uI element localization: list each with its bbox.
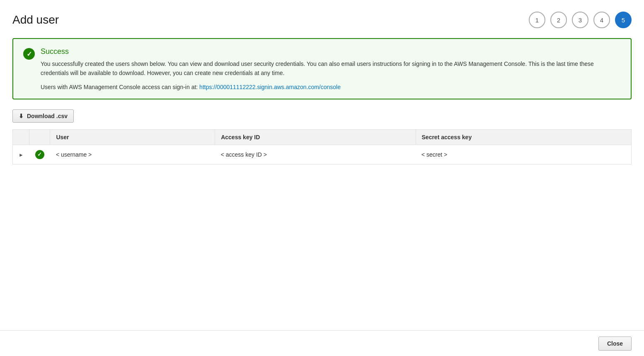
success-content: Success You successfully created the use…	[41, 47, 621, 90]
col-header-expand	[13, 129, 29, 145]
row-success-icon: ✓	[35, 150, 44, 159]
row-access-key-id-cell: < access key ID >	[215, 145, 416, 164]
page-title: Add user	[12, 13, 59, 27]
download-csv-button[interactable]: ⬇ Download .csv	[12, 109, 74, 123]
download-label: Download .csv	[27, 113, 68, 119]
success-check-icon: ✓	[23, 48, 35, 60]
col-header-status	[29, 129, 50, 145]
table-body: ► ✓ < username > < access key ID > < sec…	[13, 145, 632, 164]
page-container: Add user 1 2 3 4 5 ✓ Success You success…	[0, 0, 644, 356]
table-row: ► ✓ < username > < access key ID > < sec…	[13, 145, 632, 164]
header: Add user 1 2 3 4 5	[12, 12, 632, 28]
download-icon: ⬇	[19, 113, 24, 119]
footer-bar: Close	[0, 330, 644, 356]
expand-row-icon[interactable]: ►	[19, 152, 24, 158]
row-status-cell: ✓	[29, 145, 50, 164]
col-header-secret-access-key: Secret access key	[416, 129, 631, 145]
step-2[interactable]: 2	[550, 12, 567, 28]
table-header-row: User Access key ID Secret access key	[13, 129, 632, 145]
step-4[interactable]: 4	[593, 12, 610, 28]
success-banner: ✓ Success You successfully created the u…	[12, 38, 632, 99]
step-5[interactable]: 5	[615, 12, 632, 28]
row-access-key-id: < access key ID >	[221, 151, 267, 158]
toolbar: ⬇ Download .csv	[12, 109, 632, 123]
row-expand-cell: ►	[13, 145, 29, 164]
table-header: User Access key ID Secret access key	[13, 129, 632, 145]
step-1[interactable]: 1	[529, 12, 545, 28]
users-table: User Access key ID Secret access key ► ✓…	[12, 129, 632, 165]
step-3[interactable]: 3	[572, 12, 588, 28]
col-header-access-key-id: Access key ID	[215, 129, 416, 145]
row-username: < username >	[56, 151, 92, 158]
success-body-text: You successfully created the users shown…	[41, 59, 621, 78]
close-button[interactable]: Close	[598, 337, 632, 351]
row-username-cell: < username >	[50, 145, 215, 164]
signin-url-link[interactable]: https://000011112222.signin.aws.amazon.c…	[199, 84, 341, 90]
signin-prefix: Users with AWS Management Console access…	[41, 84, 199, 90]
success-title: Success	[41, 47, 621, 56]
success-icon-wrap: ✓	[23, 48, 35, 60]
col-header-user: User	[50, 129, 215, 145]
steps-indicator: 1 2 3 4 5	[529, 12, 632, 28]
row-secret-key-cell: < secret >	[416, 145, 631, 164]
success-signin-text: Users with AWS Management Console access…	[41, 84, 621, 90]
row-secret-key: < secret >	[421, 151, 447, 158]
